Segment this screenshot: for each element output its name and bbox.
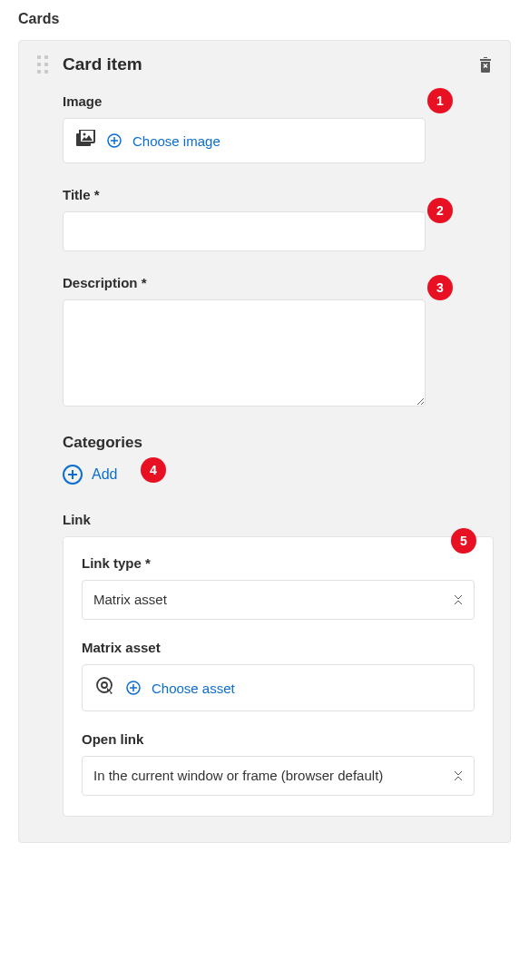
- categories-field-group: Categories Add 4: [63, 434, 494, 488]
- open-link-select[interactable]: In the current window or frame (browser …: [82, 756, 475, 796]
- add-category-button[interactable]: Add: [63, 461, 117, 488]
- section-title: Cards: [18, 11, 511, 27]
- trash-icon: [478, 55, 493, 74]
- title-field-group: Title * 2: [63, 187, 426, 251]
- drag-handle-icon[interactable]: [35, 54, 50, 75]
- card-item-panel: Card item Image Choose image 1 Title * 2…: [18, 40, 511, 843]
- image-icon: [76, 130, 96, 152]
- matrix-asset-group: Matrix asset Choose asset: [82, 640, 475, 711]
- choose-asset-label: Choose asset: [152, 681, 235, 696]
- annotation-badge-4: 4: [141, 457, 166, 483]
- description-label: Description *: [63, 275, 426, 290]
- link-type-group: Link type * Matrix asset: [82, 555, 475, 620]
- open-link-group: Open link In the current window or frame…: [82, 731, 475, 796]
- link-type-label: Link type *: [82, 555, 475, 571]
- link-type-select[interactable]: Matrix asset: [82, 580, 475, 620]
- choose-image-button[interactable]: Choose image: [63, 118, 426, 163]
- annotation-badge-5: 5: [451, 528, 476, 554]
- link-label: Link: [63, 512, 494, 527]
- choose-image-label: Choose image: [132, 133, 220, 149]
- image-label: Image: [63, 93, 426, 109]
- matrix-asset-label: Matrix asset: [82, 640, 475, 655]
- svg-point-2: [83, 133, 86, 136]
- description-textarea[interactable]: [63, 299, 426, 407]
- svg-point-6: [102, 682, 107, 688]
- open-link-label: Open link: [82, 731, 475, 747]
- svg-point-5: [97, 678, 112, 692]
- choose-asset-button[interactable]: Choose asset: [82, 664, 475, 711]
- annotation-badge-3: 3: [427, 275, 453, 300]
- asset-picker-icon: [95, 676, 115, 700]
- plus-circle-icon: [126, 681, 141, 695]
- annotation-badge-1: 1: [427, 88, 453, 113]
- link-field-group: Link 5 Link type * Matrix asset Matrix a…: [63, 512, 494, 817]
- annotation-badge-2: 2: [427, 198, 453, 223]
- delete-card-button[interactable]: [477, 54, 494, 74]
- card-item-title: Card item: [63, 54, 465, 74]
- image-field-group: Image Choose image 1: [63, 93, 426, 163]
- title-label: Title *: [63, 187, 426, 202]
- title-input[interactable]: [63, 211, 426, 251]
- add-label: Add: [92, 466, 117, 483]
- plus-circle-icon: [63, 465, 83, 485]
- categories-label: Categories: [63, 434, 494, 452]
- link-panel: 5 Link type * Matrix asset Matrix asset …: [63, 536, 494, 817]
- card-header: Card item: [35, 54, 494, 75]
- plus-circle-icon: [107, 133, 122, 148]
- description-field-group: Description * 3: [63, 275, 426, 410]
